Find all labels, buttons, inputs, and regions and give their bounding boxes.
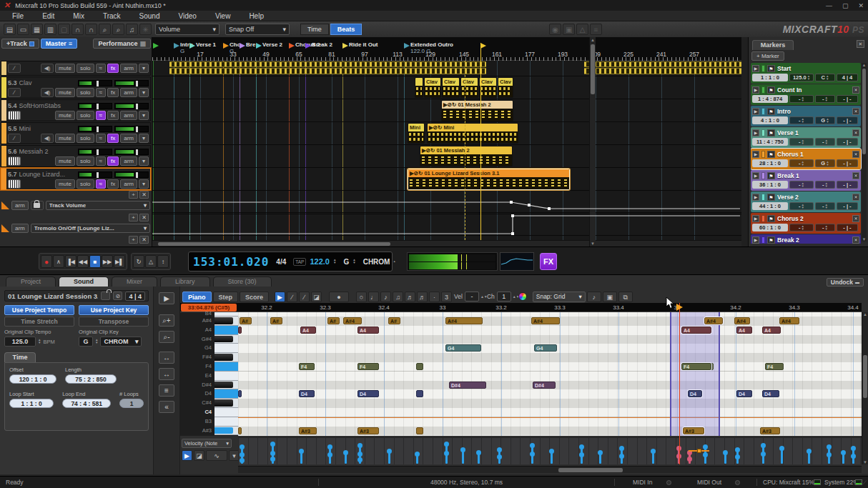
undock-button[interactable]: Undock▬	[827, 278, 864, 287]
velocity-stem[interactable]	[736, 449, 739, 464]
velocity-stem[interactable]	[704, 447, 706, 464]
marker-tempo-field[interactable]: - ▲▼	[789, 138, 814, 146]
midi-note-ds4[interactable]: D#4	[533, 382, 556, 389]
clip-unnamed[interactable]	[415, 77, 423, 98]
marker-card-chorus-1[interactable]: ▶⚑Chorus 1✕28 : 1 : 0- ▲▼G ▲▼- | -	[751, 149, 861, 169]
section-flag[interactable]	[256, 43, 262, 49]
tab-mixer[interactable]: Mixer	[112, 277, 157, 287]
scale-value[interactable]: CHROM	[363, 258, 390, 266]
audio-settings[interactable]: 48000 Hz, Stereo, 10.7 ms	[318, 479, 615, 486]
use-project-key-button[interactable]: Use Project Key	[79, 305, 149, 315]
piano-roll-vscrollbar[interactable]: ▲ ▼	[862, 312, 868, 464]
menu-mix[interactable]: Mix	[64, 11, 94, 21]
midi-note-as[interactable]: A#	[327, 317, 340, 324]
length-field[interactable]: 75 : 2 : 850	[65, 374, 117, 384]
loop-button[interactable]: ↻	[133, 255, 144, 268]
channel-value[interactable]: 1	[497, 292, 511, 302]
marker-expand-icon[interactable]: ▶	[752, 108, 759, 115]
arm-button[interactable]: arm	[120, 179, 137, 189]
automation-button[interactable]: ≈	[96, 88, 106, 97]
velocity-stem[interactable]	[652, 451, 654, 464]
tab-project[interactable]: Project	[6, 277, 56, 287]
note-input-icon[interactable]: ●	[329, 292, 349, 302]
section-flag[interactable]	[189, 43, 195, 49]
midi-note-f4[interactable]: F4	[299, 363, 315, 370]
track-header-5.3[interactable]: 5.3Clav∕◀)mutesolo≈fxarm▾	[1, 76, 151, 99]
draw-tool-icon[interactable]: ∕	[8, 134, 21, 143]
clip-clav[interactable]: Clav	[424, 77, 441, 98]
marker-key-field[interactable]: - ▲▼	[815, 202, 835, 210]
velocity-stem[interactable]	[852, 448, 854, 464]
note-duration-5[interactable]: ♬	[417, 292, 428, 302]
tab-sound[interactable]: Sound	[59, 277, 109, 287]
midi-note-a4[interactable]: A4	[762, 327, 781, 334]
marker-color-chip[interactable]	[761, 86, 765, 94]
time-mode-button[interactable]: Time	[300, 24, 329, 35]
marker-key-field[interactable]: - ▲▼	[815, 224, 835, 231]
lock-icon[interactable]	[101, 292, 110, 300]
add-lane-button[interactable]: +	[129, 236, 138, 244]
velocity-stem[interactable]	[359, 445, 361, 464]
clip-time-signature[interactable]: 4 | 4	[125, 292, 145, 301]
original-tempo-field[interactable]: 125.0	[4, 337, 36, 347]
midi-note-as4[interactable]: A#4	[445, 317, 483, 324]
track-volume-slider[interactable]	[114, 126, 149, 132]
midi-note-as3[interactable]: A#3	[299, 427, 317, 434]
play-icon[interactable]: ▶	[159, 292, 174, 304]
clip-01-lounge-lizard-session-3-1[interactable]: ▶⊘↻ 01 Lounge Lizard Session 3.1	[408, 169, 570, 190]
zoom-in-icon[interactable]: ⌕	[99, 24, 111, 35]
piano-key-as4[interactable]: A#4	[180, 317, 238, 326]
marker-key-field[interactable]: C ▲▼	[815, 74, 835, 81]
tap-tempo-button[interactable]: TAP	[293, 258, 306, 266]
remove-lane-button[interactable]: ✕	[139, 236, 149, 244]
keyboard-icon[interactable]	[8, 111, 21, 120]
fx-button[interactable]: fx	[107, 64, 119, 73]
marker-tempo-field[interactable]: 125.0 ▲▼	[789, 74, 814, 81]
speaker-icon[interactable]: ◀)	[41, 88, 54, 97]
midi-note[interactable]	[238, 427, 242, 434]
automation-param-dropdown[interactable]: Track Volume▾	[46, 201, 150, 210]
note-color-wheel[interactable]	[518, 292, 527, 301]
maximize-button[interactable]: ▢	[842, 2, 849, 9]
note-duration-4[interactable]: ♬	[405, 292, 415, 302]
track-pan-slider[interactable]	[78, 126, 112, 132]
piano-key-a4[interactable]: A4	[180, 326, 238, 335]
menu-view[interactable]: View	[206, 11, 240, 21]
marker-close-icon[interactable]: ✕	[852, 129, 859, 136]
piano-key-g4[interactable]: G4	[180, 344, 238, 353]
go-to-start-button[interactable]: ▐◀	[65, 255, 77, 268]
midi-note-as4[interactable]: A#4	[343, 317, 362, 324]
midi-note-f4[interactable]: F4	[357, 363, 379, 370]
track-expand-icon[interactable]: ▾	[139, 179, 149, 189]
beats-mode-button[interactable]: Beats	[330, 24, 363, 35]
save-icon[interactable]: ▥	[44, 24, 56, 35]
solo-button[interactable]: solo	[77, 179, 94, 189]
track-header-5.6[interactable]: 5.6Messiah 2mutesolo≈fxarm▾	[1, 145, 151, 167]
timeline-ruler[interactable]: 1733496581971131291451611771932092252412…	[152, 37, 741, 61]
fast-forward-button[interactable]: ▶▶	[102, 255, 113, 268]
midi-note-as4[interactable]: A#4	[734, 317, 750, 324]
section-flag[interactable]	[480, 43, 486, 49]
velocity-stem[interactable]	[478, 452, 480, 464]
rewind-button[interactable]: ◀◀	[77, 255, 89, 268]
note-duration-2[interactable]: ♪	[380, 292, 391, 302]
track-expand-icon[interactable]: ▾	[139, 111, 149, 120]
track-header-5.7[interactable]: 5.7Lounge Lizard...mutesolo≈fxarm▾	[1, 168, 151, 190]
timeline-vertical-scrollbar[interactable]: ▲ ▼	[589, 37, 596, 247]
midi-note-a4[interactable]: A4	[300, 327, 316, 334]
lock-icon[interactable]	[31, 201, 44, 210]
draw-tool-icon[interactable]: ∕	[8, 64, 21, 73]
automation-button[interactable]: ≈	[96, 134, 106, 143]
velocity-stem[interactable]	[329, 447, 331, 464]
crossfade-button[interactable]: ⧉	[618, 292, 633, 302]
velocity-stem[interactable]	[300, 451, 302, 464]
marker-card-verse-1[interactable]: ▶⚑Verse 1✕11 : 4 : 750- ▲▼- ▲▼- | -	[751, 127, 861, 148]
zoom-in-icon[interactable]: ⌕+	[159, 314, 174, 327]
marker-signature-field[interactable]: - | -	[837, 202, 858, 210]
audio-waveform-strip[interactable]	[584, 61, 741, 67]
automation-type-dropdown[interactable]: Volume▾	[155, 24, 220, 35]
marker-tempo-field[interactable]: - ▲▼	[789, 116, 814, 124]
marker-card-intro[interactable]: ▶⚑Intro✕4 : 1 : 0- ▲▼G ▲▼- | -	[751, 106, 861, 126]
midi-note-as4[interactable]: A#4	[779, 317, 799, 324]
performance-button[interactable]: Performance▦	[93, 39, 151, 49]
